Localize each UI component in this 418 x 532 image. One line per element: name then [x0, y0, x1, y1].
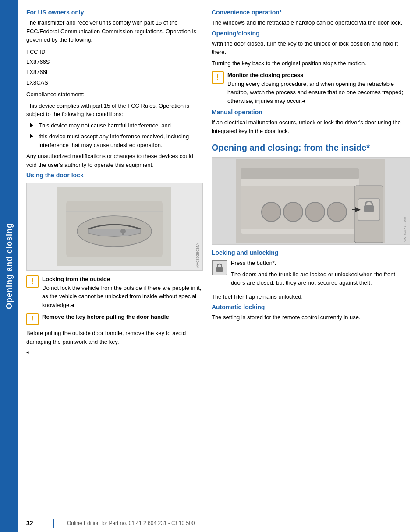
fcc-line2: LX8766E [26, 67, 203, 77]
convenience-para: The windows and the retractable hardtop … [212, 18, 410, 27]
svg-point-10 [262, 202, 281, 222]
us-owners-section: For US owners only The transmitter and r… [26, 9, 203, 169]
lock-button-inline: Press the button*. The doors and the tru… [212, 259, 410, 290]
svg-rect-18 [216, 267, 223, 272]
manual-operation-para: If an electrical malfunction occurs, unl… [212, 118, 410, 135]
svg-rect-4 [122, 231, 124, 235]
inside-heading: Opening and closing: from the inside* [212, 142, 410, 153]
opening-closing-para2: Turning the key back to the original pos… [212, 59, 410, 68]
warning-closing-text: Monitor the closing process During every… [227, 71, 410, 105]
fcc-line1: LX8766S [26, 57, 203, 67]
manual-operation-heading: Manual operation [212, 109, 410, 116]
fcc-bullet2-text: this device must accept any interference… [39, 132, 203, 149]
fcc-para2: This device complies with part 15 of the… [26, 102, 203, 119]
interior-svg [236, 159, 385, 243]
fcc-bullet2: this device must accept any interference… [26, 132, 203, 149]
fcc-bullet1: This device may not cause harmful interf… [26, 121, 203, 130]
automatic-locking-heading: Automatic locking [212, 303, 410, 310]
footer: 32 Online Edition for Part no. 01 41 2 6… [26, 515, 410, 528]
footer-divider [53, 519, 54, 528]
us-owners-heading: For US owners only [26, 9, 203, 16]
fcc-line3: LX8CAS [26, 78, 203, 88]
warning-remove-key-text: Remove the key before pulling the door h… [42, 313, 203, 321]
door-lock-image: MV03028CMA [26, 183, 203, 271]
opening-closing-heading: Opening/closing [212, 30, 410, 37]
locking-unlocking-section: Locking and unlocking Press the button*.… [212, 249, 410, 301]
manual-operation-section: Manual operation If an electrical malfun… [212, 109, 410, 135]
interior-image: MV03027CMA [212, 157, 410, 245]
main-content: For US owners only The transmitter and r… [18, 0, 418, 532]
fig1-caption: MV03028CMA [195, 243, 200, 269]
automatic-locking-para: The setting is stored for the remote con… [212, 313, 410, 322]
warning-locking-outside: ! Locking from the outside Do not lock t… [26, 275, 203, 309]
fcc-bullet1-text: This device may not cause harmful interf… [39, 121, 171, 130]
warning-icon-2: ! [26, 313, 39, 325]
fcc-para3: Any unauthorized modifications or change… [26, 152, 203, 169]
warning-icon-1: ! [26, 275, 39, 288]
automatic-locking-section: Automatic locking The setting is stored … [212, 303, 410, 322]
convenience-heading: Convenience operation* [212, 9, 410, 16]
two-col-layout: For US owners only The transmitter and r… [26, 9, 410, 511]
footer-text: Online Edition for Part no. 01 41 2 604 … [67, 520, 195, 526]
door-handle-svg [57, 187, 171, 266]
inside-section: Opening and closing: from the inside* [212, 142, 410, 245]
opening-closing-section: Opening/closing With the door closed, tu… [212, 30, 410, 106]
svg-point-13 [327, 202, 347, 222]
sidebar-label: Opening and closing [5, 223, 14, 309]
page-number: 32 [26, 520, 39, 527]
warning-remove-key: ! Remove the key before pulling the door… [26, 313, 203, 325]
fcc-id-line: FCC ID: [26, 47, 203, 57]
lock-para2: The doors and the trunk lid are locked o… [231, 270, 410, 287]
warning2-body: Before pulling the outside door handle, … [26, 329, 203, 346]
opening-closing-para1: With the door closed, turn the key to th… [212, 39, 410, 56]
svg-rect-8 [241, 168, 359, 179]
page-container: Opening and closing For US owners only T… [0, 0, 418, 532]
lock-button-icon [212, 260, 227, 275]
warning1-body: Do not lock the vehicle from the outside… [42, 285, 201, 308]
lock-text-block: Press the button*. The doors and the tru… [231, 259, 410, 290]
locking-unlocking-heading: Locking and unlocking [212, 249, 410, 256]
door-lock-heading: Using the door lock [26, 172, 203, 179]
warning3-body: During every closing procedure, and when… [227, 81, 403, 104]
left-column: For US owners only The transmitter and r… [26, 9, 203, 511]
warning-closing-process: ! Monitor the closing process During eve… [212, 71, 410, 105]
svg-point-12 [305, 202, 325, 222]
fig2-caption: MV03027CMA [403, 217, 407, 243]
svg-rect-16 [364, 205, 374, 212]
compliance-statement: Compliance statement: [26, 90, 203, 99]
warning-icon-3: ! [212, 71, 224, 84]
warning3-title: Monitor the closing process [227, 72, 303, 78]
convenience-section: Convenience operation* The windows and t… [212, 9, 410, 27]
door-lock-section: Using the door lock [26, 172, 203, 355]
us-owners-para1: The transmitter and receiver units compl… [26, 18, 203, 44]
lock-para1: Press the button*. [231, 259, 410, 268]
sidebar: Opening and closing [0, 0, 18, 532]
lock-svg [215, 263, 224, 272]
return-mark-1: ◂ [26, 349, 29, 355]
bullet-icon-1 [30, 123, 33, 127]
warning2-title: Remove the key before pulling the door h… [42, 314, 169, 320]
bullet-icon-2 [30, 134, 33, 138]
warning-locking-outside-text: Locking from the outside Do not lock the… [42, 275, 203, 309]
warning1-title: Locking from the outside [42, 276, 110, 282]
lock-para3: The fuel filler flap remains unlocked. [212, 292, 410, 301]
svg-point-11 [283, 202, 303, 222]
right-column: Convenience operation* The windows and t… [212, 9, 410, 511]
